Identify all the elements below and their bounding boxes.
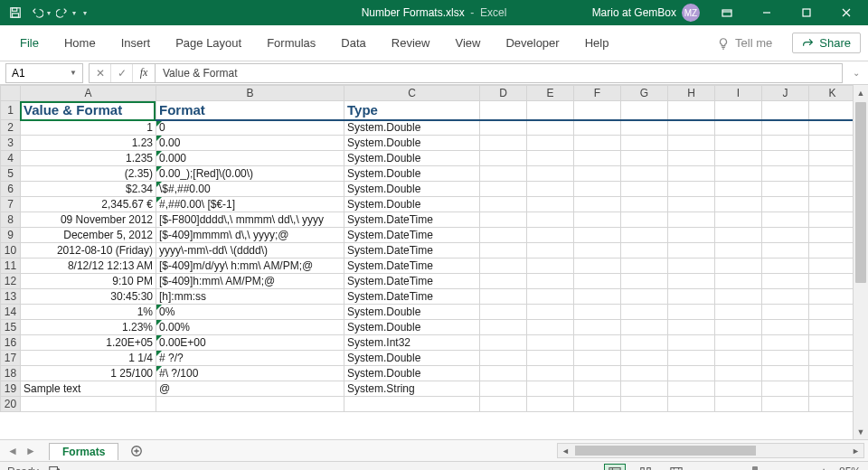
row-header[interactable]: 9: [1, 228, 21, 243]
cell[interactable]: [480, 305, 527, 320]
cell[interactable]: [480, 212, 527, 228]
row-header[interactable]: 16: [1, 335, 21, 351]
cell[interactable]: [480, 228, 527, 243]
cell[interactable]: Type: [344, 101, 480, 120]
tab-file[interactable]: File: [7, 25, 52, 61]
cell[interactable]: [809, 351, 854, 366]
worksheet-grid[interactable]: A B C D E F G H I J K 1Value & FormatFor…: [0, 85, 853, 412]
cell[interactable]: [715, 258, 762, 274]
cell[interactable]: [668, 320, 715, 335]
cell[interactable]: [480, 197, 527, 212]
cell[interactable]: 0.00: [156, 136, 344, 151]
cell[interactable]: [762, 305, 809, 320]
cell[interactable]: [715, 320, 762, 335]
cell[interactable]: [762, 381, 809, 397]
cell[interactable]: [480, 151, 527, 166]
cell[interactable]: [762, 258, 809, 274]
cell[interactable]: [574, 212, 621, 228]
cell[interactable]: [809, 243, 854, 258]
horizontal-scrollbar[interactable]: ◄ ►: [557, 443, 864, 458]
col-header[interactable]: I: [715, 86, 762, 101]
cell[interactable]: $2.34: [21, 182, 156, 197]
cell[interactable]: [527, 136, 574, 151]
cell[interactable]: [621, 182, 668, 197]
cell[interactable]: [809, 366, 854, 381]
cell[interactable]: [715, 212, 762, 228]
tell-me-search[interactable]: Tell me: [708, 36, 781, 50]
col-header[interactable]: E: [527, 86, 574, 101]
cell[interactable]: [574, 320, 621, 335]
cell[interactable]: [621, 243, 668, 258]
row-header[interactable]: 12: [1, 274, 21, 289]
cell[interactable]: [$-409]m/d/yy\ h:mm\ AM/PM;@: [156, 258, 344, 274]
cell[interactable]: [715, 366, 762, 381]
cell[interactable]: # ?/?: [156, 351, 344, 366]
cell[interactable]: [762, 320, 809, 335]
tab-page-layout[interactable]: Page Layout: [163, 25, 254, 61]
cell[interactable]: [668, 228, 715, 243]
cell[interactable]: [574, 182, 621, 197]
cell[interactable]: System.Double: [344, 182, 480, 197]
cell[interactable]: [574, 258, 621, 274]
cell[interactable]: [156, 397, 344, 412]
cell[interactable]: [762, 120, 809, 136]
cell[interactable]: [809, 258, 854, 274]
cell[interactable]: System.Double: [344, 305, 480, 320]
cell[interactable]: 2012-08-10 (Friday): [21, 243, 156, 258]
cell[interactable]: [527, 243, 574, 258]
select-all-cell[interactable]: [1, 86, 21, 101]
cell[interactable]: [668, 258, 715, 274]
tab-help[interactable]: Help: [572, 25, 622, 61]
tab-data[interactable]: Data: [328, 25, 378, 61]
cell[interactable]: [715, 166, 762, 182]
cell[interactable]: [574, 228, 621, 243]
cell[interactable]: [527, 258, 574, 274]
cell[interactable]: [527, 120, 574, 136]
col-header[interactable]: A: [21, 86, 156, 101]
cell[interactable]: [621, 397, 668, 412]
col-header[interactable]: C: [344, 86, 480, 101]
close-icon[interactable]: [828, 0, 864, 25]
cell[interactable]: [527, 366, 574, 381]
cell[interactable]: 1.20E+05: [21, 335, 156, 351]
cell[interactable]: [574, 120, 621, 136]
cell[interactable]: [480, 335, 527, 351]
cell[interactable]: [344, 397, 480, 412]
cell[interactable]: [715, 228, 762, 243]
cell[interactable]: [668, 335, 715, 351]
cell[interactable]: [715, 120, 762, 136]
cell[interactable]: [668, 151, 715, 166]
cell[interactable]: [715, 274, 762, 289]
cell[interactable]: [527, 381, 574, 397]
cell[interactable]: [762, 166, 809, 182]
cell[interactable]: 0.00%: [156, 320, 344, 335]
cell[interactable]: [668, 101, 715, 120]
cell[interactable]: [527, 289, 574, 305]
cell[interactable]: System.Double: [344, 136, 480, 151]
cell[interactable]: Value & Format: [21, 101, 156, 120]
cell[interactable]: Sample text: [21, 381, 156, 397]
cell[interactable]: [668, 120, 715, 136]
minimize-icon[interactable]: [749, 0, 785, 25]
cell[interactable]: [762, 228, 809, 243]
cell[interactable]: [715, 197, 762, 212]
cell[interactable]: [621, 101, 668, 120]
cell[interactable]: [480, 274, 527, 289]
cell[interactable]: [762, 335, 809, 351]
row-header[interactable]: 17: [1, 351, 21, 366]
cell[interactable]: [$-409]mmmm\ d\,\ yyyy;@: [156, 228, 344, 243]
scroll-down-icon[interactable]: ▼: [854, 424, 868, 439]
cell[interactable]: [480, 243, 527, 258]
cell[interactable]: [809, 182, 854, 197]
cell[interactable]: [668, 305, 715, 320]
cell[interactable]: @: [156, 381, 344, 397]
cell[interactable]: [480, 136, 527, 151]
cell[interactable]: 8/12/12 12:13 AM: [21, 258, 156, 274]
cell[interactable]: System.DateTime: [344, 243, 480, 258]
cell[interactable]: [574, 381, 621, 397]
cell[interactable]: [715, 136, 762, 151]
cell[interactable]: [715, 289, 762, 305]
cell[interactable]: [527, 212, 574, 228]
avatar[interactable]: MZ: [682, 4, 700, 22]
name-box-drop-icon[interactable]: ▼: [70, 69, 77, 77]
